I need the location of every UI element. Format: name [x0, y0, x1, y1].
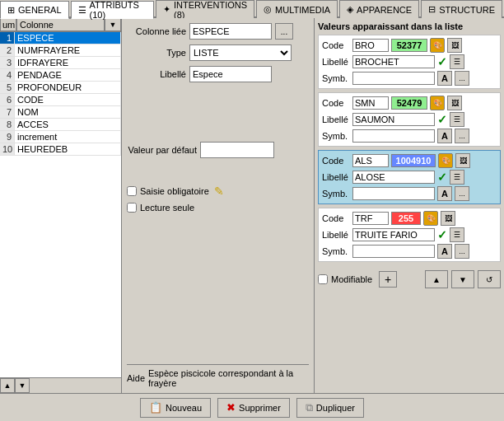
colonne-liee-label: Colonne liée — [127, 26, 186, 36]
img-btn-2[interactable]: 🖼 — [447, 96, 462, 110]
libelle-input-4[interactable] — [352, 228, 435, 241]
nav-refresh-btn[interactable]: ↺ — [478, 270, 501, 288]
value-code-row-1: Code 52377 🎨 🖼 — [322, 38, 497, 53]
table-row[interactable]: 1 ESPECE — [0, 32, 121, 44]
spacer2 — [127, 163, 309, 180]
header-colonne: Colonne — [16, 18, 105, 31]
tab-attributs[interactable]: ☰ ATTRIBUTS (10) — [71, 1, 154, 19]
row-num: 1 — [0, 32, 15, 44]
code-label-4: Code — [322, 213, 350, 223]
color-btn-1[interactable]: 🎨 — [430, 38, 445, 53]
header-sort[interactable]: ▼ — [105, 18, 121, 31]
libelle-input-1[interactable] — [352, 55, 435, 68]
libelle-input-3[interactable] — [352, 171, 435, 184]
row-num: 5 — [0, 82, 15, 93]
num-box-4: 255 — [391, 212, 421, 225]
code-label-3: Code — [322, 156, 350, 166]
aide-label: Aide — [127, 373, 145, 383]
tab-structure[interactable]: ⊟ STRUCTURE — [421, 0, 502, 18]
symb-input-4[interactable] — [352, 245, 435, 258]
tab-structure-label: STRUCTURE — [439, 5, 495, 15]
table-row[interactable]: 8 ACCES — [0, 119, 121, 131]
code-input-4[interactable] — [352, 212, 389, 225]
code-input-2[interactable] — [352, 96, 389, 110]
check-icon-4: ✓ — [437, 228, 447, 241]
more-btn-2[interactable]: ... — [455, 129, 469, 143]
valeur-defaut-row: Valeur par défaut — [127, 142, 309, 158]
code-input-3[interactable] — [352, 154, 389, 167]
detail-btn-3[interactable]: ☰ — [450, 170, 464, 185]
row-name: CODE — [15, 94, 121, 105]
dupliquer-button[interactable]: ⧉ Dupliquer — [296, 398, 364, 418]
bottom-bar: 📋 Nouveau ✖ Supprimer ⧉ Dupliquer — [0, 393, 504, 421]
right-bottom: Modifiable + ▲ ▼ ↺ — [318, 267, 501, 288]
detail-btn-4[interactable]: ☰ — [450, 227, 464, 242]
libelle-input-2[interactable] — [352, 113, 435, 126]
table-row[interactable]: 5 PROFONDEUR — [0, 82, 121, 94]
table-header: um Colonne ▼ — [0, 18, 121, 32]
row-name: increment — [15, 131, 121, 143]
row-name: NOM — [15, 106, 121, 118]
table-row[interactable]: 7 NOM — [0, 106, 121, 119]
row-num: 10 — [0, 143, 15, 155]
font-btn-4[interactable]: A — [437, 244, 452, 259]
tab-multimedia[interactable]: ◎ MULTIMEDIA — [256, 0, 338, 18]
font-btn-3[interactable]: A — [437, 186, 452, 201]
libelle-input[interactable] — [189, 66, 272, 82]
modifiable-checkbox[interactable] — [318, 274, 328, 284]
saisie-obligatoire-checkbox[interactable] — [127, 186, 137, 196]
lecture-seule-checkbox[interactable] — [127, 203, 137, 213]
libelle-label: Libellé — [127, 69, 186, 79]
tab-bar: ⊞ GENERAL ☰ ATTRIBUTS (10) ✦ INTERVENTIO… — [0, 0, 504, 18]
supprimer-button[interactable]: ✖ Supprimer — [217, 398, 290, 418]
scroll-up-btn[interactable]: ▲ — [0, 378, 15, 393]
dupliquer-label: Dupliquer — [316, 403, 355, 413]
img-btn-1[interactable]: 🖼 — [447, 38, 462, 53]
type-select[interactable]: LISTE — [189, 44, 292, 61]
colonne-liee-dots-btn[interactable]: ... — [275, 23, 293, 40]
colonne-liee-input[interactable] — [189, 23, 272, 40]
row-name: ACCES — [15, 119, 121, 130]
nouveau-button[interactable]: 📋 Nouveau — [140, 398, 211, 418]
more-btn-3[interactable]: ... — [455, 186, 469, 201]
value-card-1: Code 52377 🎨 🖼 Libellé ✓ ☰ Symb. A ... — [318, 35, 501, 89]
valeur-defaut-input[interactable] — [200, 142, 274, 158]
symb-input-2[interactable] — [352, 129, 435, 143]
scroll-down-btn[interactable]: ▼ — [15, 378, 30, 393]
tab-interventions[interactable]: ✦ INTERVENTIONS (8) — [156, 0, 254, 18]
color-btn-2[interactable]: 🎨 — [430, 96, 445, 110]
code-input-1[interactable] — [352, 39, 389, 52]
table-row[interactable]: 10 HEUREDEB — [0, 143, 121, 156]
detail-btn-2[interactable]: ☰ — [450, 112, 464, 127]
add-btn[interactable]: + — [379, 271, 397, 288]
table-row[interactable]: 3 IDFRAYERE — [0, 57, 121, 69]
num-box-2: 52479 — [391, 96, 427, 110]
table-body: 1 ESPECE 2 NUMFRAYERE 3 IDFRAYERE 4 PEND… — [0, 32, 121, 377]
img-btn-4[interactable]: 🖼 — [441, 211, 455, 226]
table-row[interactable]: 9 increment — [0, 131, 121, 143]
more-btn-4[interactable]: ... — [455, 244, 469, 259]
font-btn-1[interactable]: A — [437, 71, 452, 86]
img-btn-3[interactable]: 🖼 — [455, 153, 470, 168]
nav-down-btn[interactable]: ▼ — [451, 270, 474, 288]
table-row[interactable]: 2 NUMFRAYERE — [0, 44, 121, 57]
tab-general[interactable]: ⊞ GENERAL — [0, 1, 69, 19]
symb-input-1[interactable] — [352, 72, 435, 85]
libelle-label-4: Libellé — [322, 230, 350, 240]
aide-row: Aide Espèce piscicole correspondant à la… — [127, 364, 309, 388]
color-btn-4[interactable]: 🎨 — [423, 211, 438, 226]
num-box-3: 1004910 — [391, 154, 436, 167]
color-btn-3[interactable]: 🎨 — [438, 153, 453, 168]
libelle-label-2: Libellé — [322, 115, 350, 124]
nav-up-btn[interactable]: ▲ — [425, 270, 448, 288]
detail-btn-1[interactable]: ☰ — [450, 54, 464, 69]
font-btn-2[interactable]: A — [437, 129, 452, 143]
left-panel: um Colonne ▼ 1 ESPECE 2 NUMFRAYERE 3 I — [0, 18, 122, 393]
table-row[interactable]: 6 CODE — [0, 94, 121, 106]
tab-apparence[interactable]: ◈ APPARENCE — [339, 0, 419, 18]
table-row[interactable]: 4 PENDAGE — [0, 69, 121, 82]
more-btn-1[interactable]: ... — [455, 71, 469, 86]
check-icon-1: ✓ — [437, 55, 447, 68]
num-box-1: 52377 — [391, 39, 427, 52]
symb-input-3[interactable] — [352, 187, 435, 200]
